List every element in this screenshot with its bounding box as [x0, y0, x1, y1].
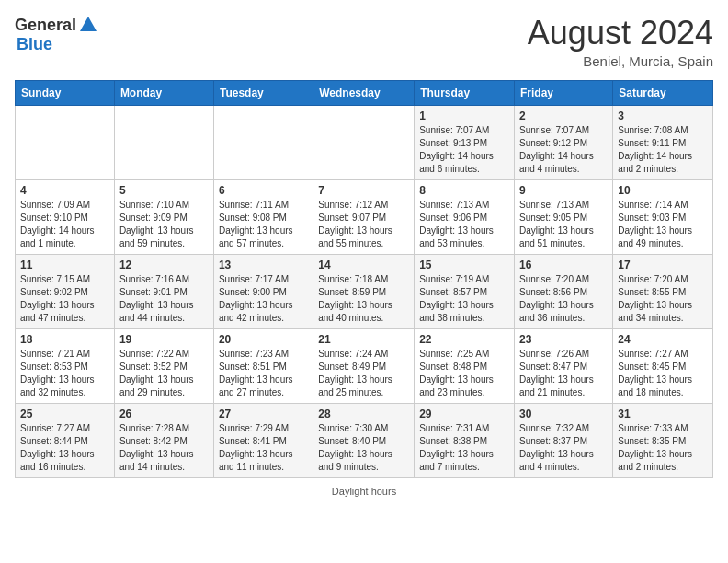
- day-info: Sunrise: 7:19 AMSunset: 8:57 PMDaylight:…: [419, 273, 509, 325]
- day-info: Sunrise: 7:17 AMSunset: 9:00 PMDaylight:…: [219, 273, 308, 325]
- weekday-header: Monday: [114, 80, 213, 105]
- logo-general-text: General: [15, 16, 76, 35]
- day-number: 8: [419, 184, 509, 197]
- day-number: 18: [20, 333, 109, 346]
- calendar-week-row: 4Sunrise: 7:09 AMSunset: 9:10 PMDaylight…: [16, 179, 713, 254]
- calendar-cell: 5Sunrise: 7:10 AMSunset: 9:09 PMDaylight…: [114, 179, 213, 254]
- page-header: General Blue August 2024 Beniel, Murcia,…: [15, 15, 713, 69]
- day-number: 13: [219, 259, 308, 271]
- calendar-cell: [213, 105, 313, 179]
- calendar-cell: 30Sunrise: 7:32 AMSunset: 8:37 PMDayligh…: [515, 403, 613, 477]
- calendar-cell: 9Sunrise: 7:13 AMSunset: 9:05 PMDaylight…: [515, 179, 613, 254]
- day-info: Sunrise: 7:10 AMSunset: 9:09 PMDaylight:…: [119, 199, 209, 250]
- day-number: 23: [519, 333, 608, 346]
- day-info: Sunrise: 7:32 AMSunset: 8:37 PMDaylight:…: [519, 422, 608, 474]
- calendar-footer: Daylight hours: [15, 486, 713, 497]
- calendar-cell: 8Sunrise: 7:13 AMSunset: 9:06 PMDaylight…: [415, 179, 515, 254]
- calendar-week-row: 1Sunrise: 7:07 AMSunset: 9:13 PMDaylight…: [16, 105, 713, 179]
- day-info: Sunrise: 7:28 AMSunset: 8:42 PMDaylight:…: [119, 422, 209, 474]
- day-number: 17: [618, 259, 708, 271]
- calendar-week-row: 11Sunrise: 7:15 AMSunset: 9:02 PMDayligh…: [16, 254, 713, 328]
- logo-blue-text: Blue: [17, 35, 52, 53]
- title-area: August 2024 Beniel, Murcia, Spain: [528, 15, 713, 69]
- day-number: 5: [119, 184, 209, 197]
- day-number: 31: [618, 408, 708, 420]
- day-info: Sunrise: 7:07 AMSunset: 9:13 PMDaylight:…: [419, 124, 509, 176]
- day-number: 4: [20, 184, 109, 197]
- calendar-cell: 23Sunrise: 7:26 AMSunset: 8:47 PMDayligh…: [515, 328, 613, 403]
- calendar-cell: 27Sunrise: 7:29 AMSunset: 8:41 PMDayligh…: [213, 403, 313, 477]
- day-info: Sunrise: 7:16 AMSunset: 9:01 PMDaylight:…: [119, 273, 209, 325]
- day-number: 30: [519, 408, 608, 420]
- calendar-cell: 22Sunrise: 7:25 AMSunset: 8:48 PMDayligh…: [415, 328, 515, 403]
- calendar-cell: 2Sunrise: 7:07 AMSunset: 9:12 PMDaylight…: [515, 105, 613, 179]
- day-info: Sunrise: 7:18 AMSunset: 8:59 PMDaylight:…: [318, 273, 409, 325]
- weekday-header: Friday: [515, 80, 613, 105]
- day-number: 22: [419, 333, 509, 346]
- logo-icon: [78, 15, 98, 35]
- day-number: 7: [318, 184, 409, 197]
- day-info: Sunrise: 7:13 AMSunset: 9:05 PMDaylight:…: [519, 199, 608, 250]
- day-number: 11: [20, 259, 109, 271]
- day-number: 3: [618, 109, 708, 122]
- calendar-cell: 3Sunrise: 7:08 AMSunset: 9:11 PMDaylight…: [613, 105, 713, 179]
- day-info: Sunrise: 7:20 AMSunset: 8:56 PMDaylight:…: [519, 273, 608, 325]
- calendar-cell: 24Sunrise: 7:27 AMSunset: 8:45 PMDayligh…: [613, 328, 713, 403]
- calendar-cell: 15Sunrise: 7:19 AMSunset: 8:57 PMDayligh…: [415, 254, 515, 328]
- calendar-cell: 7Sunrise: 7:12 AMSunset: 9:07 PMDaylight…: [313, 179, 415, 254]
- weekday-header: Thursday: [415, 80, 515, 105]
- day-info: Sunrise: 7:25 AMSunset: 8:48 PMDaylight:…: [419, 348, 509, 399]
- weekday-header: Tuesday: [213, 80, 313, 105]
- day-info: Sunrise: 7:12 AMSunset: 9:07 PMDaylight:…: [318, 199, 409, 250]
- day-info: Sunrise: 7:15 AMSunset: 9:02 PMDaylight:…: [20, 273, 109, 325]
- calendar-cell: 1Sunrise: 7:07 AMSunset: 9:13 PMDaylight…: [415, 105, 515, 179]
- calendar-cell: 25Sunrise: 7:27 AMSunset: 8:44 PMDayligh…: [16, 403, 115, 477]
- calendar-cell: 26Sunrise: 7:28 AMSunset: 8:42 PMDayligh…: [114, 403, 213, 477]
- calendar-cell: [16, 105, 115, 179]
- day-info: Sunrise: 7:29 AMSunset: 8:41 PMDaylight:…: [219, 422, 308, 474]
- calendar-cell: 17Sunrise: 7:20 AMSunset: 8:55 PMDayligh…: [613, 254, 713, 328]
- calendar-week-row: 18Sunrise: 7:21 AMSunset: 8:53 PMDayligh…: [16, 328, 713, 403]
- day-info: Sunrise: 7:08 AMSunset: 9:11 PMDaylight:…: [618, 124, 708, 176]
- calendar-cell: [114, 105, 213, 179]
- day-number: 6: [219, 184, 308, 197]
- logo: General Blue: [15, 15, 100, 54]
- day-info: Sunrise: 7:07 AMSunset: 9:12 PMDaylight:…: [519, 124, 608, 176]
- calendar-week-row: 25Sunrise: 7:27 AMSunset: 8:44 PMDayligh…: [16, 403, 713, 477]
- calendar-cell: 31Sunrise: 7:33 AMSunset: 8:35 PMDayligh…: [613, 403, 713, 477]
- svg-marker-0: [80, 17, 97, 31]
- day-info: Sunrise: 7:30 AMSunset: 8:40 PMDaylight:…: [318, 422, 409, 474]
- calendar-cell: 12Sunrise: 7:16 AMSunset: 9:01 PMDayligh…: [114, 254, 213, 328]
- day-number: 21: [318, 333, 409, 346]
- day-number: 15: [419, 259, 509, 271]
- day-info: Sunrise: 7:26 AMSunset: 8:47 PMDaylight:…: [519, 348, 608, 399]
- calendar-cell: 4Sunrise: 7:09 AMSunset: 9:10 PMDaylight…: [16, 179, 115, 254]
- day-number: 1: [419, 109, 509, 122]
- calendar-cell: 13Sunrise: 7:17 AMSunset: 9:00 PMDayligh…: [213, 254, 313, 328]
- calendar-cell: 21Sunrise: 7:24 AMSunset: 8:49 PMDayligh…: [313, 328, 415, 403]
- day-info: Sunrise: 7:20 AMSunset: 8:55 PMDaylight:…: [618, 273, 708, 325]
- day-info: Sunrise: 7:31 AMSunset: 8:38 PMDaylight:…: [419, 422, 509, 474]
- calendar-cell: 14Sunrise: 7:18 AMSunset: 8:59 PMDayligh…: [313, 254, 415, 328]
- daylight-hours-label: Daylight hours: [332, 486, 396, 497]
- weekday-header: Sunday: [16, 80, 115, 105]
- day-info: Sunrise: 7:27 AMSunset: 8:44 PMDaylight:…: [20, 422, 109, 474]
- day-number: 28: [318, 408, 409, 420]
- day-number: 14: [318, 259, 409, 271]
- day-info: Sunrise: 7:09 AMSunset: 9:10 PMDaylight:…: [20, 199, 109, 250]
- day-number: 29: [419, 408, 509, 420]
- day-number: 10: [618, 184, 708, 197]
- location-subtitle: Beniel, Murcia, Spain: [528, 53, 713, 69]
- day-info: Sunrise: 7:14 AMSunset: 9:03 PMDaylight:…: [618, 199, 708, 250]
- weekday-header: Wednesday: [313, 80, 415, 105]
- day-info: Sunrise: 7:21 AMSunset: 8:53 PMDaylight:…: [20, 348, 109, 399]
- day-number: 24: [618, 333, 708, 346]
- weekday-header: Saturday: [613, 80, 713, 105]
- calendar-cell: 18Sunrise: 7:21 AMSunset: 8:53 PMDayligh…: [16, 328, 115, 403]
- calendar-cell: [313, 105, 415, 179]
- calendar-cell: 10Sunrise: 7:14 AMSunset: 9:03 PMDayligh…: [613, 179, 713, 254]
- calendar-cell: 16Sunrise: 7:20 AMSunset: 8:56 PMDayligh…: [515, 254, 613, 328]
- day-number: 27: [219, 408, 308, 420]
- day-number: 9: [519, 184, 608, 197]
- day-number: 25: [20, 408, 109, 420]
